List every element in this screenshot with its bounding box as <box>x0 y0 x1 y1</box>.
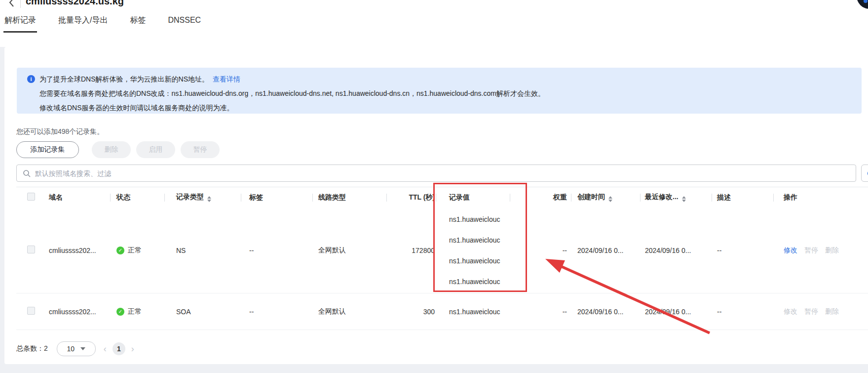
total-count: 2 <box>44 344 48 352</box>
delete-link[interactable]: 删除 <box>825 246 839 255</box>
add-record-set-button[interactable]: 添加记录集 <box>16 141 79 158</box>
sort-icon[interactable] <box>608 196 612 202</box>
cell-weight: -- <box>510 247 571 254</box>
sort-icon[interactable] <box>682 196 686 202</box>
status-text: 正常 <box>128 307 142 316</box>
enable-button[interactable]: 启用 <box>136 141 175 158</box>
tab-record-sets[interactable]: 解析记录 <box>4 16 36 33</box>
cell-ttl: 172800 <box>386 247 436 254</box>
cell-record-type: NS <box>164 247 241 254</box>
cell-weight: -- <box>510 308 571 316</box>
table-row-ns: cmliussss202... ✓正常 NS -- 全网默认 172800 ns… <box>16 207 868 293</box>
row-checkbox-cell <box>16 246 43 255</box>
cell-tag: -- <box>241 247 312 254</box>
record-value: ns1.huaweiclouc <box>449 209 510 230</box>
header-created[interactable]: 创建时间 <box>571 193 640 202</box>
info-banner: i 为了提升全球DNS解析体验，华为云推出新的NS地址。查看详情 您需要在域名服… <box>17 68 862 114</box>
cell-status: ✓正常 <box>110 246 164 255</box>
sort-icon[interactable] <box>207 196 211 202</box>
status-text: 正常 <box>128 246 142 255</box>
cell-created: 2024/09/16 0... <box>571 308 640 316</box>
row-checkbox[interactable] <box>27 246 35 253</box>
page-size-value: 10 <box>67 345 75 353</box>
cell-line-type: 全网默认 <box>312 246 386 255</box>
search-icon <box>23 169 31 177</box>
header-operation: 操作 <box>773 193 868 202</box>
header-tag: 标签 <box>241 193 312 202</box>
header-description: 描述 <box>712 193 773 202</box>
cell-status: ✓正常 <box>110 307 164 316</box>
cell-operations: 修改 暂停 删除 <box>773 246 868 255</box>
pause-link[interactable]: 暂停 <box>804 246 818 255</box>
prev-page-button[interactable]: ‹ <box>104 344 107 353</box>
delete-button[interactable]: 删除 <box>92 141 131 158</box>
search-bar <box>16 165 856 182</box>
cell-values: ns1.huaweiclouc <box>436 308 510 316</box>
record-table: 域名 状态 记录类型 标签 线路类型 TTL (秒) 记录值 权重 创建时间 最… <box>16 187 868 330</box>
next-page-button[interactable]: › <box>131 344 134 353</box>
cell-domain: cmliussss202... <box>43 308 110 316</box>
pause-link[interactable]: 暂停 <box>804 307 818 316</box>
record-value: ns1.huaweiclouc <box>449 271 510 292</box>
status-ok-icon: ✓ <box>116 308 124 316</box>
title-divider <box>20 0 21 8</box>
cell-modified: 2024/09/16 0... <box>640 247 712 254</box>
header-modified[interactable]: 最近修改... <box>640 193 712 202</box>
tab-dnssec[interactable]: DNSSEC <box>168 16 201 33</box>
cell-created: 2024/09/16 0... <box>571 247 640 254</box>
cell-operations: 修改 暂停 删除 <box>773 307 868 316</box>
cell-record-type: SOA <box>164 308 241 316</box>
tab-bar: 解析记录 批量导入/导出 标签 DNSSEC <box>4 16 223 33</box>
current-page-button[interactable]: 1 <box>113 342 125 355</box>
cell-description: -- <box>712 247 773 254</box>
pause-button[interactable]: 暂停 <box>181 141 220 158</box>
modify-link[interactable]: 修改 <box>784 307 797 316</box>
status-ok-icon: ✓ <box>116 247 124 254</box>
header-ttl: TTL (秒) <box>386 193 436 202</box>
tab-batch-import-export[interactable]: 批量导入/导出 <box>58 16 108 33</box>
table-header-row: 域名 状态 记录类型 标签 线路类型 TTL (秒) 记录值 权重 创建时间 最… <box>16 187 868 207</box>
cell-line-type: 全网默认 <box>312 307 386 316</box>
page-title: cmliussss2024.us.kg <box>26 0 124 7</box>
refresh-button[interactable] <box>861 165 868 182</box>
header-domain: 域名 <box>43 193 110 202</box>
pagination: 总条数：2 10 ‹ 1 › <box>16 341 134 357</box>
banner-line-2: 您需要在域名服务商处把域名的DNS改成：ns1.huaweicloud-dns.… <box>39 88 545 98</box>
view-details-link[interactable]: 查看详情 <box>213 75 240 83</box>
banner-line-3: 修改域名DNS服务器的生效时间请以域名服务商处的说明为准。 <box>39 103 234 113</box>
total-count-label: 总条数：2 <box>16 344 48 353</box>
header-record-type[interactable]: 记录类型 <box>164 193 241 202</box>
header-weight: 权重 <box>510 193 571 202</box>
cell-description: -- <box>712 308 773 316</box>
cell-values: ns1.huaweiclouc ns1.huaweiclouc ns1.huaw… <box>436 207 510 293</box>
search-input[interactable] <box>35 169 856 177</box>
header-line-type: 线路类型 <box>312 193 386 202</box>
delete-link[interactable]: 删除 <box>825 307 839 316</box>
record-value: ns1.huaweiclouc <box>449 250 510 271</box>
back-button[interactable] <box>8 0 16 7</box>
modify-link[interactable]: 修改 <box>784 246 797 255</box>
cell-modified: 2024/09/16 0... <box>640 308 712 316</box>
dns-record-page: cmliussss2024.us.kg 解析记录 批量导入/导出 标签 DNSS… <box>0 0 868 373</box>
row-checkbox-cell <box>16 307 43 316</box>
chevron-down-icon <box>80 347 85 350</box>
toolbar: 添加记录集 删除 启用 暂停 <box>16 141 225 158</box>
header-checkbox-cell <box>16 193 43 202</box>
cell-tag: -- <box>241 308 312 316</box>
info-icon: i <box>27 75 35 83</box>
row-checkbox[interactable] <box>27 307 35 315</box>
cell-ttl: 300 <box>386 308 436 316</box>
select-all-checkbox[interactable] <box>27 193 35 201</box>
record-value: ns1.huaweiclouc <box>449 230 510 250</box>
header-value: 记录值 <box>436 193 510 202</box>
content-card: i 为了提升全球DNS解析体验，华为云推出新的NS地址。查看详情 您需要在域名服… <box>4 47 868 364</box>
banner-text-1: 为了提升全球DNS解析体验，华为云推出新的NS地址。 <box>39 75 209 83</box>
table-row-soa: cmliussss202... ✓正常 SOA -- 全网默认 300 ns1.… <box>16 293 868 330</box>
tab-tags[interactable]: 标签 <box>130 16 146 33</box>
page-size-select[interactable]: 10 <box>57 341 96 356</box>
header-status: 状态 <box>110 193 164 202</box>
cell-domain: cmliussss202... <box>43 247 110 254</box>
banner-line-1: 为了提升全球DNS解析体验，华为云推出新的NS地址。查看详情 <box>39 74 240 84</box>
quota-text: 您还可以添加498个记录集。 <box>16 127 104 136</box>
